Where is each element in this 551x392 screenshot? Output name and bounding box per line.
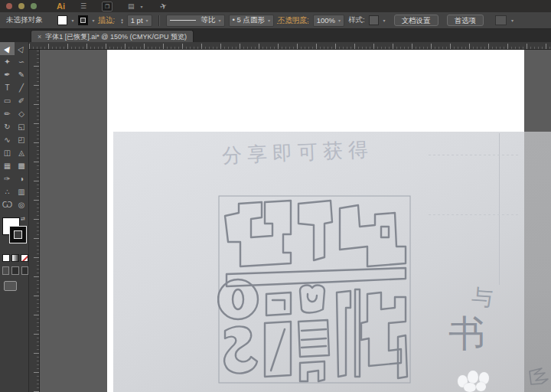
width-profile-dropdown[interactable]: 等比▾	[166, 15, 225, 27]
close-window-button[interactable]	[6, 3, 12, 9]
selection-status: 未选择对象	[6, 15, 43, 25]
arrange-documents-icon[interactable]: ❐	[102, 2, 112, 11]
minimize-window-button[interactable]	[18, 3, 24, 9]
faint-page-line	[429, 214, 519, 215]
tool-free-transform[interactable]: ◰	[15, 133, 28, 146]
divider	[158, 15, 160, 26]
tool-pen[interactable]: ✒	[0, 68, 15, 81]
stroke-panel-link[interactable]: 描边:	[99, 15, 116, 25]
fill-dropdown-icon[interactable]: ▾	[72, 18, 74, 23]
tool-perspective-grid[interactable]: ◬	[15, 146, 28, 159]
preferences-button[interactable]: 首选项	[447, 15, 484, 26]
vertical-ruler[interactable]	[29, 50, 40, 392]
stroke-dropdown-icon[interactable]: ▾	[93, 18, 95, 23]
style-dropdown-icon[interactable]: ▾	[383, 18, 386, 23]
placed-sketch-photo[interactable]: 分享即可获得	[113, 132, 551, 392]
faint-page-line	[429, 155, 519, 155]
tool-column-graph[interactable]: ▥	[15, 185, 28, 198]
brush-definition-dropdown[interactable]: • 5 点圆形▾	[229, 15, 274, 27]
tool-hand[interactable]: Ѡ	[0, 198, 15, 211]
selection-icon: ▶	[2, 44, 12, 54]
fill-type-row	[0, 254, 28, 262]
panel-options-dropdown-icon[interactable]: ▾	[511, 18, 514, 23]
draw-normal-button[interactable]	[2, 266, 9, 275]
opacity-panel-link[interactable]: 不透明度:	[278, 15, 309, 25]
illustrator-logo: Ai	[57, 2, 65, 11]
opacity-field[interactable]: 100%▾	[313, 15, 344, 27]
tab-close-icon[interactable]: ×	[37, 33, 41, 41]
seal-stroke-stack-l3	[302, 346, 326, 348]
seal-border	[219, 196, 410, 383]
tool-type[interactable]: T	[0, 81, 15, 94]
seal-stroke-smallbox-hook	[272, 300, 285, 309]
workspace-switcher-icon[interactable]: ▤	[128, 2, 135, 10]
menu-grid-icon[interactable]: ☰	[80, 2, 86, 10]
corner-doodle-svg	[527, 364, 551, 388]
none-button[interactable]	[21, 254, 28, 262]
direct-selection-icon: ▷	[16, 44, 26, 54]
tool-magic-wand[interactable]: ✦	[0, 55, 15, 68]
seal-stroke-bar2	[355, 289, 360, 377]
paper-fold-line	[499, 133, 500, 285]
stroke-weight-value: 1 pt	[131, 16, 143, 24]
seal-stroke-blob-inner	[308, 294, 317, 302]
gradient-button[interactable]	[11, 254, 19, 262]
uniform-profile-icon	[170, 20, 196, 21]
document-tab[interactable]: × 字体1 [已恢复].ai* @ 150% (CMYK/GPU 预览)	[31, 30, 194, 43]
tool-line-segment[interactable]: ╱	[15, 81, 28, 94]
seal-stroke-smallbox	[266, 292, 291, 315]
stroke-weight-dropdown-icon[interactable]: ▾	[146, 18, 148, 23]
share-icon[interactable]: ✈	[158, 0, 168, 11]
fill-stroke-widget: ⇄	[0, 216, 29, 251]
tool-scale[interactable]: ◱	[15, 120, 28, 133]
panel-options-icon[interactable]	[495, 15, 507, 25]
seal-stroke-blob	[300, 286, 324, 313]
tool-curvature[interactable]: ✎	[15, 68, 28, 81]
tool-blend[interactable]: ◑	[15, 172, 28, 185]
opacity-dropdown-icon[interactable]: ▾	[338, 18, 341, 23]
tool-rotate[interactable]: ↻	[0, 120, 15, 133]
tool-width[interactable]: ∿	[0, 133, 15, 146]
stepper-down-icon[interactable]: ▾	[121, 21, 123, 24]
draw-behind-button[interactable]	[11, 266, 18, 275]
stroke-color-swatch[interactable]	[78, 15, 88, 25]
tool-symbol-sprayer[interactable]: ∴	[0, 185, 15, 198]
tool-shape-builder[interactable]: ◫	[0, 146, 15, 159]
stroke-weight-stepper[interactable]: ▴▾	[121, 18, 123, 24]
tool-zoom[interactable]: ◎	[15, 198, 28, 211]
workspace-dropdown-icon[interactable]: ▾	[141, 4, 143, 9]
tool-lasso[interactable]: ∽	[15, 55, 28, 68]
tool-pencil[interactable]: ✏	[0, 107, 15, 120]
seal-stroke-top-middle	[298, 201, 332, 260]
seal-stroke-stack-l2	[302, 338, 326, 340]
horizontal-ruler[interactable]	[29, 42, 551, 50]
tool-selection[interactable]: ▶	[0, 42, 15, 55]
tool-eyedropper[interactable]: ✑	[0, 172, 15, 185]
brush-dropdown-icon[interactable]: ▾	[268, 18, 270, 23]
width-profile-value: 等比	[201, 15, 216, 25]
tool-gradient[interactable]: ▩	[15, 159, 28, 172]
swap-fill-stroke-icon[interactable]: ⇄	[21, 216, 25, 222]
stroke-weight-field[interactable]: 1 pt▾	[127, 15, 152, 27]
color-button[interactable]	[2, 254, 10, 262]
tool-grid: ▶ ▷ ✦ ∽ ✒ ✎ T ╱ ▭ ✐ ✏ ◇ ↻ ◱ ∿ ◰ ◫ ◬ ▦ ▩ …	[0, 42, 28, 211]
document-setup-button[interactable]: 文档设置	[394, 15, 439, 26]
tool-direct-selection[interactable]: ▷	[15, 42, 28, 55]
seal-stroke-arch	[300, 361, 324, 381]
fullscreen-window-button[interactable]	[31, 3, 37, 9]
fill-color-swatch[interactable]	[57, 15, 67, 25]
canvas-area[interactable]: 分享即可获得	[40, 50, 551, 392]
control-bar: 未选择对象 ▾ ▾ 描边: ▴▾ 1 pt▾ 等比▾ • 5 点圆形▾ 不透明度…	[0, 12, 551, 29]
tool-mesh[interactable]: ▦	[0, 159, 15, 172]
stroke-indicator[interactable]	[10, 227, 26, 243]
draw-inside-button[interactable]	[21, 266, 28, 275]
seal-stroke-ring-hole	[233, 289, 243, 309]
tool-paintbrush[interactable]: ✐	[15, 94, 28, 107]
screen-mode-button[interactable]	[4, 281, 17, 291]
width-profile-dropdown-icon[interactable]: ▾	[219, 18, 221, 23]
tool-shaper[interactable]: ◇	[15, 107, 28, 120]
tool-rectangle[interactable]: ▭	[0, 94, 15, 107]
graphic-style-swatch[interactable]	[369, 15, 379, 25]
seal-stroke-top-left	[225, 201, 291, 266]
seal-stroke-band	[227, 268, 406, 286]
